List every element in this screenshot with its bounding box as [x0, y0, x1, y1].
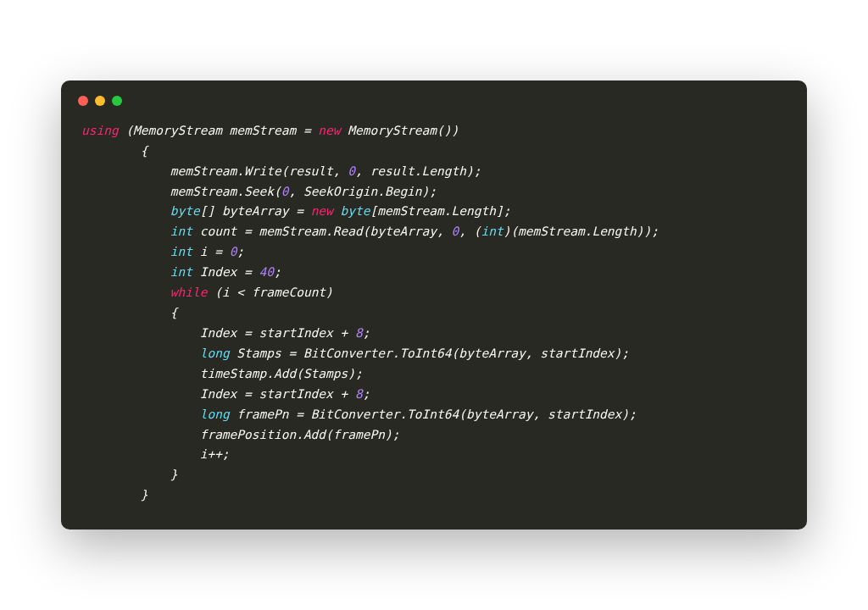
code-token: } [81, 488, 148, 502]
code-token: while [170, 286, 208, 299]
code-token: ; [236, 245, 244, 258]
minimize-icon[interactable] [95, 96, 105, 106]
code-token: byte [341, 204, 370, 218]
code-token [81, 265, 170, 279]
code-token: long [200, 347, 230, 360]
close-icon[interactable] [78, 96, 88, 106]
code-token: i++; [81, 447, 230, 461]
code-token: [] byteArray = [200, 204, 311, 218]
code-token: Stamps = BitConverter.ToInt64(byteArray,… [230, 347, 629, 360]
code-token: timeStamp.Add(Stamps); [81, 367, 363, 380]
code-token: )(memStream.Length)); [504, 225, 659, 238]
code-token: count = memStream.Read(byteArray, [192, 225, 452, 238]
code-token: , ( [459, 225, 481, 238]
code-token [81, 408, 200, 421]
code-token: 8 [355, 387, 363, 401]
code-token: 0 [348, 164, 355, 178]
code-token [81, 347, 200, 360]
code-token: Index = startIndex + [81, 326, 355, 340]
code-token: { [81, 306, 178, 319]
code-block: using (MemoryStream memStream = new Memo… [61, 114, 807, 530]
maximize-icon[interactable] [112, 96, 122, 106]
code-token: } [81, 468, 178, 481]
code-token: using [81, 124, 119, 137]
code-token: MemoryStream()) [341, 124, 459, 137]
code-token: 0 [452, 225, 459, 238]
code-token [81, 245, 170, 258]
code-token [81, 204, 170, 218]
code-token: new [318, 124, 340, 137]
code-token: int [170, 265, 192, 279]
code-token [81, 286, 170, 299]
code-token: [memStream.Length]; [370, 204, 511, 218]
code-window: using (MemoryStream memStream = new Memo… [61, 80, 807, 530]
code-token: memStream.Write(result, [81, 164, 348, 178]
code-token: 40 [259, 265, 274, 279]
titlebar [61, 80, 807, 114]
code-token: ; [363, 387, 370, 401]
code-token: (MemoryStream memStream = [119, 124, 319, 137]
code-token: Index = [192, 265, 259, 279]
code-token: i = [192, 245, 230, 258]
code-token: new [311, 204, 333, 218]
code-token: long [200, 408, 230, 421]
code-token: memStream.Seek( [81, 185, 281, 198]
code-token [81, 225, 170, 238]
code-token: Index = startIndex + [81, 387, 355, 401]
code-token: int [481, 225, 503, 238]
code-token: ; [274, 265, 281, 279]
code-token: , result.Length); [355, 164, 481, 178]
code-token: (i < frameCount) [207, 286, 332, 299]
code-token: framePn = BitConverter.ToInt64(byteArray… [230, 408, 637, 421]
code-token: int [170, 245, 192, 258]
code-token: byte [170, 204, 200, 218]
code-token: framePosition.Add(framePn); [81, 428, 399, 441]
code-token: , SeekOrigin.Begin); [288, 185, 437, 198]
code-token: 8 [355, 326, 363, 340]
code-token: ; [363, 326, 370, 340]
code-token [333, 204, 341, 218]
code-token: int [170, 225, 192, 238]
code-token: { [81, 144, 148, 158]
